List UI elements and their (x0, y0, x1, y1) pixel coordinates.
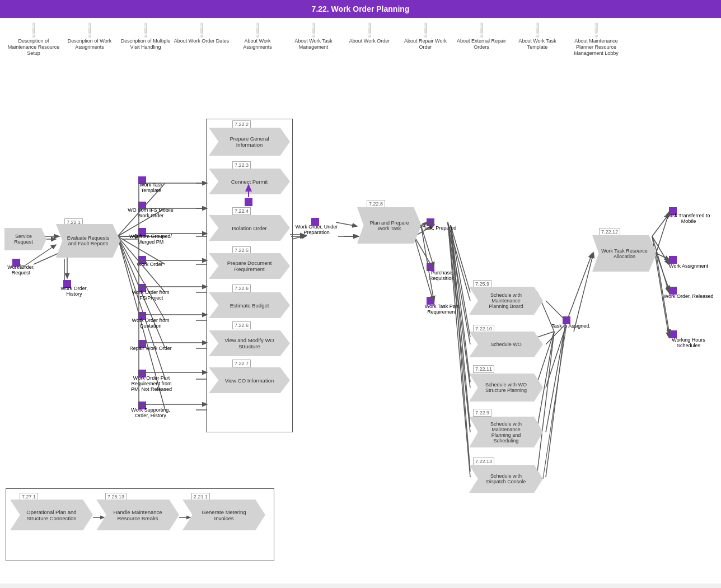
label-72211: 7.22.11 (473, 365, 494, 373)
svg-line-9 (118, 236, 165, 320)
svg-line-34 (537, 332, 554, 382)
icon-desc-multiple-visit[interactable]: ❕ Description of Multiple Visit Handling (118, 24, 174, 56)
wo-ifs-project-label: Work Order from IFS/Project (128, 290, 174, 301)
svg-line-94 (546, 324, 565, 477)
schedule-maint-board-label: Schedule with Maintenance Planning Board (477, 292, 535, 309)
handle-maint-shape[interactable]: Handle Maintenance Resource Breaks (96, 500, 179, 530)
page-title: 7.22. Work Order Planning (312, 4, 410, 13)
svg-line-28 (451, 225, 470, 337)
svg-line-85 (448, 222, 470, 301)
wo-supporting-label: Work Supporting, Order, History (128, 407, 174, 418)
label-7222: 7.22.2 (232, 120, 251, 128)
svg-line-97 (656, 253, 670, 260)
schedule-wo-label: Schedule WO (485, 342, 527, 347)
work-task-resource-shape[interactable]: Work Task Resource Allocation (592, 235, 657, 272)
main-content: ❕ Description of Maintenance Resource Se… (0, 18, 721, 584)
task-prepared-label: Task, Prepared (420, 225, 459, 231)
exclamation-icon-8: ❕ (417, 24, 434, 37)
icon-about-work-task-mgmt[interactable]: ❕ About Work Task Management (285, 24, 341, 56)
schedule-wo-struct-shape[interactable]: Schedule with WO Structure Planning (469, 374, 543, 402)
label-7223: 7.22.3 (232, 161, 251, 169)
connect-permit-shape[interactable]: Connect Permit (209, 169, 290, 194)
svg-line-92 (546, 328, 565, 388)
service-request-label: Service Request (9, 234, 38, 245)
wo-quotation-label: Work Order from Quotation (128, 318, 174, 329)
plan-prepare-label: Plan and Prepare Work Task (357, 220, 422, 231)
schedule-maint-sched-shape[interactable]: Schedule with Maintenance Planning and S… (469, 417, 543, 447)
wt-template-label: Work Task Template (129, 182, 174, 193)
exclamation-icon-9: ❕ (473, 24, 490, 37)
schedule-dispatch-label: Schedule with Dispatch Console (477, 473, 535, 484)
schedule-maint-board-shape[interactable]: Schedule with Maintenance Planning Board (469, 287, 543, 315)
op-plan-shape[interactable]: Operational Plan and Structure Connectio… (10, 500, 93, 530)
svg-line-1 (34, 253, 59, 264)
working-hours-label: Working Hours Schedules (663, 337, 714, 348)
wo-ifs-mobile-label: WO from IFS Mobile Work Order (128, 207, 174, 218)
icon-about-external-repair[interactable]: ❕ About External Repair Orders (453, 24, 509, 56)
svg-line-30 (451, 225, 470, 427)
generate-metering-label: Generate Metering Invoices (191, 509, 257, 521)
schedule-maint-sched-label: Schedule with Maintenance Planning and S… (477, 421, 535, 444)
exclamation-icon-11: ❕ (588, 24, 605, 37)
wo-under-prep-sq (311, 218, 319, 226)
label-2211: 2.21.1 (191, 493, 210, 501)
exclamation-icon-6: ❕ (305, 24, 322, 37)
icon-about-repair-wo[interactable]: ❕ About Repair Work Order (397, 24, 453, 56)
isolation-order-label: Isolation Order (226, 225, 272, 231)
wo-request-label: Work Order, Request (3, 264, 39, 276)
svg-line-95 (567, 253, 592, 320)
label-72213: 7.22.13 (473, 458, 494, 465)
task-transferred-label: Task Transferred to Mobile (663, 213, 714, 224)
exclamation-icon-4: ❕ (193, 24, 210, 37)
prepare-general-shape[interactable]: Prepare General Information (209, 128, 290, 156)
prepare-doc-label: Prepare Document Requirement (217, 260, 282, 272)
svg-line-100 (543, 325, 566, 479)
purchase-req-label: Purchase Requisition (419, 270, 465, 281)
work-order-label: Work Order (129, 262, 171, 267)
label-72212: 7.22.12 (599, 228, 620, 236)
prepare-general-label: Prepare General Information (217, 136, 282, 148)
svg-line-31 (451, 225, 470, 472)
work-task-resource-label: Work Task Resource Allocation (592, 248, 657, 259)
label-7228: 7.22.8 (367, 200, 385, 208)
icon-about-wo-dates[interactable]: ❕ About Work Order Dates (174, 24, 230, 56)
view-modify-wo-label: View and Modify WO Structure (217, 337, 282, 349)
prepare-doc-shape[interactable]: Prepare Document Requirement (209, 253, 290, 279)
label-view-wo: 7.22.6 (232, 321, 251, 329)
generate-metering-shape[interactable]: Generate Metering Invoices (182, 500, 265, 530)
schedule-dispatch-shape[interactable]: Schedule with Dispatch Console (469, 465, 543, 493)
view-co-shape[interactable]: View CO Information (209, 367, 290, 393)
icon-desc-work-assignments[interactable]: ❕ Description of Work Assignments (62, 24, 118, 56)
svg-line-98 (656, 253, 670, 291)
svg-line-89 (448, 222, 470, 477)
evaluate-shape[interactable]: Evaluate Requests and Fault Reports (56, 224, 120, 258)
schedule-wo-struct-label: Schedule with WO Structure Planning (477, 382, 535, 393)
plan-prepare-shape[interactable]: Plan and Prepare Work Task (357, 207, 422, 244)
schedule-wo-shape[interactable]: Schedule WO (469, 332, 543, 357)
label-72210: 7.22.10 (473, 325, 494, 333)
label-72513: 7.25.13 (105, 493, 127, 501)
svg-line-93 (546, 325, 565, 432)
estimate-budget-shape[interactable]: Estimate Budget (209, 292, 290, 318)
svg-line-37 (574, 253, 593, 332)
icon-about-wt-template[interactable]: ❕ About Work Task Template (509, 24, 565, 56)
exclamation-icon-7: ❕ (361, 24, 378, 37)
svg-line-27 (451, 225, 470, 292)
icon-desc-maint-resource[interactable]: ❕ Description of Maintenance Resource Se… (6, 24, 62, 56)
icon-about-maint-planner[interactable]: ❕ About Maintenance Planner Resource Man… (565, 24, 627, 56)
estimate-budget-label: Estimate Budget (224, 302, 275, 309)
exclamation-icon-3: ❕ (137, 24, 154, 37)
icon-about-work-assignments[interactable]: ❕ About Work Assignments (230, 24, 285, 56)
op-plan-label: Operational Plan and Structure Connectio… (18, 509, 85, 521)
top-icons-row: ❕ Description of Maintenance Resource Se… (0, 24, 721, 56)
service-request-shape[interactable]: Service Request (4, 228, 46, 250)
view-modify-wo-shape[interactable]: View and Modify WO Structure (209, 330, 290, 356)
icon-about-work-order[interactable]: ❕ About Work Order (341, 24, 397, 56)
exclamation-icon-1: ❕ (25, 24, 42, 37)
label-7226: 7.22.6 (232, 284, 251, 292)
label-7225: 7.22.5 (232, 246, 251, 254)
exclamation-icon-5: ❕ (249, 24, 266, 37)
label-7227: 7.22.7 (232, 360, 251, 367)
isolation-order-shape[interactable]: Isolation Order (209, 215, 290, 241)
task-assigned-label: Task Is Assigned. (551, 323, 591, 329)
